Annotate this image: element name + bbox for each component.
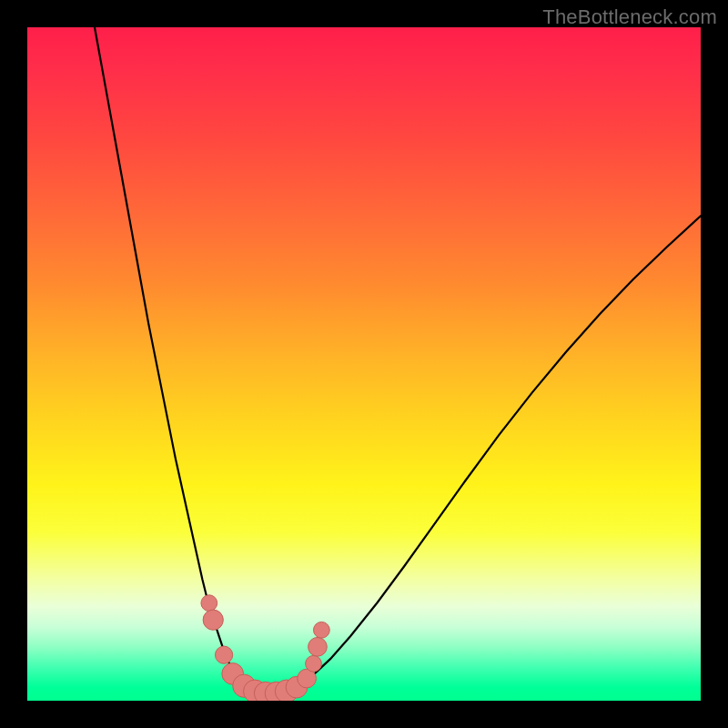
- data-marker: [215, 646, 232, 663]
- bottleneck-curve: [95, 27, 701, 694]
- data-marker: [306, 655, 322, 672]
- marker-group: [201, 595, 329, 701]
- data-marker: [201, 595, 217, 612]
- data-marker: [203, 610, 223, 630]
- data-marker: [308, 637, 328, 656]
- plot-area: [27, 27, 701, 701]
- watermark-text: TheBottleneck.com: [542, 5, 717, 29]
- chart-frame: TheBottleneck.com: [0, 0, 728, 728]
- data-marker: [314, 622, 330, 638]
- chart-svg: [27, 27, 701, 701]
